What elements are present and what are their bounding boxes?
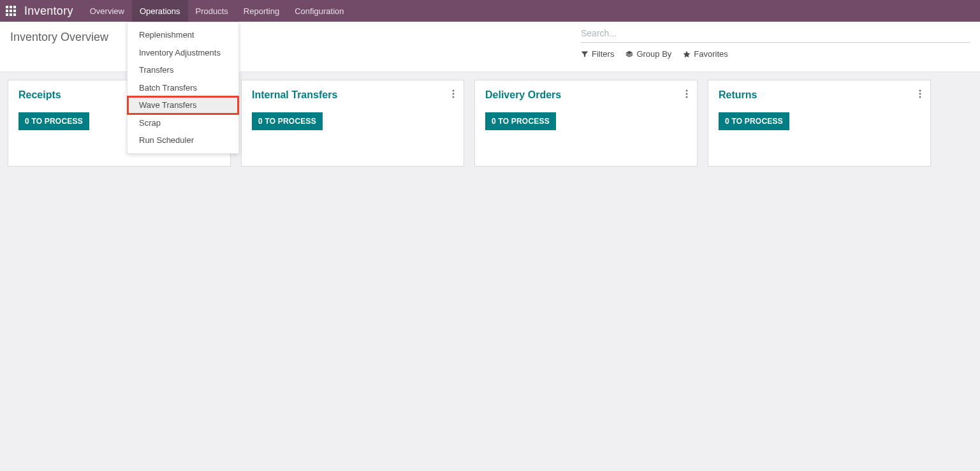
- filter-icon: [581, 50, 589, 58]
- card-title: Delivery Orders: [485, 89, 687, 101]
- dots-vertical-icon: [919, 89, 921, 98]
- search-input[interactable]: [581, 28, 970, 38]
- card-menu-button[interactable]: [916, 87, 924, 103]
- dots-vertical-icon: [452, 89, 455, 98]
- svg-point-8: [919, 96, 921, 98]
- breadcrumb: Inventory Overview: [10, 22, 108, 71]
- search-panel: Filters Group By Favorites: [581, 22, 970, 71]
- svg-point-1: [453, 93, 455, 95]
- card-title: Internal Transfers: [252, 89, 453, 101]
- star-icon: [683, 50, 691, 58]
- apps-grid-icon: [6, 6, 16, 16]
- card-menu-button[interactable]: [450, 87, 457, 103]
- dropdown-transfers[interactable]: Transfers: [128, 61, 238, 79]
- nav-overview[interactable]: Overview: [82, 0, 132, 22]
- groupby-label: Group By: [636, 49, 671, 59]
- process-button[interactable]: 0 TO PROCESS: [18, 112, 89, 130]
- card-menu-button[interactable]: [683, 87, 691, 103]
- dropdown-scrap[interactable]: Scrap: [128, 114, 238, 132]
- card-title: Returns: [719, 89, 920, 101]
- search-wrap: [581, 28, 970, 43]
- nav-operations[interactable]: Operations: [132, 0, 188, 22]
- dropdown-inventory-adjustments[interactable]: Inventory Adjustments: [128, 44, 238, 62]
- favorites-label: Favorites: [694, 49, 728, 59]
- card-internal-transfers[interactable]: Internal Transfers 0 TO PROCESS: [241, 80, 464, 167]
- dropdown-run-scheduler[interactable]: Run Scheduler: [128, 131, 238, 149]
- dropdown-wave-transfers[interactable]: Wave Transfers: [128, 96, 238, 114]
- app-brand[interactable]: Inventory: [22, 4, 82, 18]
- apps-icon[interactable]: [0, 0, 22, 22]
- filters-button[interactable]: Filters: [581, 49, 614, 59]
- process-button[interactable]: 0 TO PROCESS: [719, 112, 789, 130]
- dropdown-replenishment[interactable]: Replenishment: [128, 26, 238, 44]
- operations-dropdown: Replenishment Inventory Adjustments Tran…: [127, 22, 239, 154]
- process-button[interactable]: 0 TO PROCESS: [485, 112, 556, 130]
- top-navbar: Inventory Overview Operations Products R…: [0, 0, 980, 22]
- card-returns[interactable]: Returns 0 TO PROCESS: [708, 80, 931, 167]
- layers-icon: [625, 50, 633, 58]
- svg-point-5: [686, 96, 688, 98]
- page-title: Inventory Overview: [10, 31, 108, 44]
- process-button[interactable]: 0 TO PROCESS: [252, 112, 323, 130]
- svg-point-0: [453, 90, 455, 92]
- nav-menu: Overview Operations Products Reporting C…: [82, 0, 352, 22]
- card-delivery-orders[interactable]: Delivery Orders 0 TO PROCESS: [474, 80, 698, 167]
- nav-reporting[interactable]: Reporting: [236, 0, 287, 22]
- groupby-button[interactable]: Group By: [625, 49, 671, 59]
- svg-point-4: [686, 93, 688, 95]
- nav-configuration[interactable]: Configuration: [287, 0, 351, 22]
- svg-point-6: [919, 90, 921, 92]
- nav-products[interactable]: Products: [188, 0, 236, 22]
- svg-point-3: [686, 90, 688, 92]
- favorites-button[interactable]: Favorites: [683, 49, 728, 59]
- svg-point-2: [453, 96, 455, 98]
- search-options: Filters Group By Favorites: [581, 49, 970, 59]
- svg-point-7: [919, 93, 921, 95]
- dots-vertical-icon: [685, 89, 688, 98]
- filters-label: Filters: [592, 49, 614, 59]
- dropdown-batch-transfers[interactable]: Batch Transfers: [128, 79, 238, 97]
